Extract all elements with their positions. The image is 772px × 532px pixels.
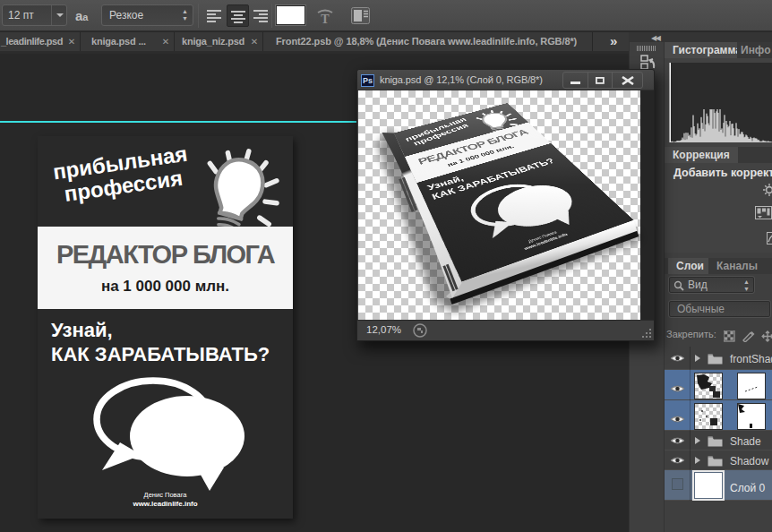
- svg-text:T: T: [321, 13, 330, 25]
